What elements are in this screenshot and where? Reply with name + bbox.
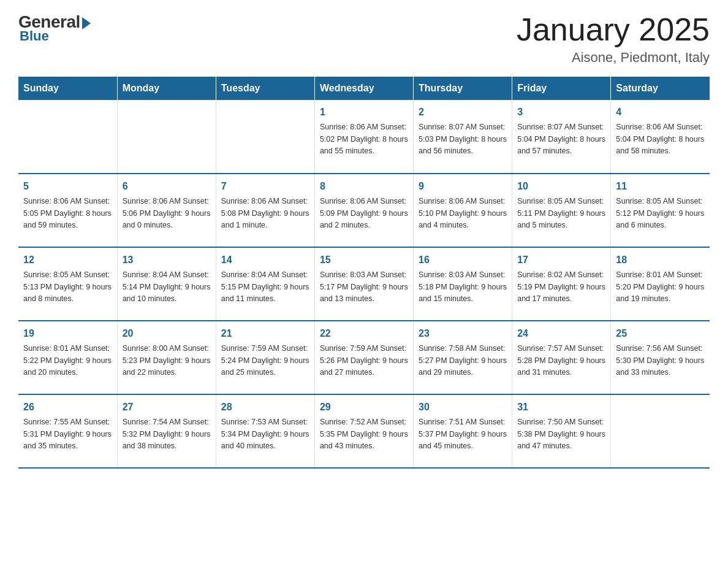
day-number: 5	[23, 179, 112, 194]
day-info: Sunrise: 8:06 AM Sunset: 5:10 PM Dayligh…	[419, 196, 507, 231]
calendar-week-row: 5Sunrise: 8:06 AM Sunset: 5:05 PM Daylig…	[18, 174, 710, 247]
calendar-cell: 7Sunrise: 8:06 AM Sunset: 5:08 PM Daylig…	[216, 174, 314, 247]
day-number: 11	[616, 179, 705, 194]
day-number: 26	[23, 400, 112, 415]
calendar-cell: 31Sunrise: 7:50 AM Sunset: 5:38 PM Dayli…	[512, 394, 611, 468]
day-info: Sunrise: 7:55 AM Sunset: 5:31 PM Dayligh…	[23, 416, 112, 452]
calendar-cell: 13Sunrise: 8:04 AM Sunset: 5:14 PM Dayli…	[117, 247, 216, 321]
calendar-cell: 22Sunrise: 7:59 AM Sunset: 5:26 PM Dayli…	[314, 321, 413, 394]
day-info: Sunrise: 8:00 AM Sunset: 5:23 PM Dayligh…	[123, 343, 211, 378]
calendar-cell: 4Sunrise: 8:06 AM Sunset: 5:04 PM Daylig…	[611, 100, 710, 174]
calendar-cell: 16Sunrise: 8:03 AM Sunset: 5:18 PM Dayli…	[414, 247, 512, 321]
calendar-cell: 12Sunrise: 8:05 AM Sunset: 5:13 PM Dayli…	[18, 247, 117, 321]
day-number: 15	[320, 253, 408, 267]
day-number: 3	[517, 105, 605, 120]
calendar-header-row: SundayMondayTuesdayWednesdayThursdayFrid…	[18, 77, 710, 100]
logo: General Blue	[18, 12, 91, 44]
calendar-cell	[216, 100, 314, 174]
day-info: Sunrise: 7:53 AM Sunset: 5:34 PM Dayligh…	[221, 416, 309, 452]
calendar-cell: 6Sunrise: 8:06 AM Sunset: 5:06 PM Daylig…	[117, 174, 216, 247]
calendar-header-monday: Monday	[117, 77, 216, 100]
day-info: Sunrise: 8:01 AM Sunset: 5:20 PM Dayligh…	[616, 269, 705, 305]
day-info: Sunrise: 7:56 AM Sunset: 5:30 PM Dayligh…	[616, 343, 705, 378]
day-info: Sunrise: 8:06 AM Sunset: 5:05 PM Dayligh…	[23, 196, 112, 231]
day-number: 2	[419, 105, 507, 120]
calendar-cell: 25Sunrise: 7:56 AM Sunset: 5:30 PM Dayli…	[611, 321, 710, 394]
day-info: Sunrise: 7:57 AM Sunset: 5:28 PM Dayligh…	[517, 343, 605, 378]
day-number: 23	[419, 326, 507, 341]
calendar-header-saturday: Saturday	[611, 77, 710, 100]
calendar-header-tuesday: Tuesday	[216, 77, 314, 100]
day-info: Sunrise: 8:06 AM Sunset: 5:02 PM Dayligh…	[320, 121, 408, 157]
calendar-cell: 9Sunrise: 8:06 AM Sunset: 5:10 PM Daylig…	[414, 174, 512, 247]
day-info: Sunrise: 7:50 AM Sunset: 5:38 PM Dayligh…	[517, 416, 605, 452]
calendar-cell: 20Sunrise: 8:00 AM Sunset: 5:23 PM Dayli…	[117, 321, 216, 394]
day-info: Sunrise: 8:06 AM Sunset: 5:08 PM Dayligh…	[221, 196, 309, 231]
day-info: Sunrise: 8:07 AM Sunset: 5:03 PM Dayligh…	[419, 121, 507, 157]
calendar-cell: 15Sunrise: 8:03 AM Sunset: 5:17 PM Dayli…	[314, 247, 413, 321]
day-number: 21	[221, 326, 309, 341]
main-title: January 2025	[517, 12, 710, 47]
day-info: Sunrise: 8:02 AM Sunset: 5:19 PM Dayligh…	[517, 269, 605, 305]
calendar-cell	[18, 100, 117, 174]
day-info: Sunrise: 8:06 AM Sunset: 5:06 PM Dayligh…	[123, 196, 211, 231]
subtitle: Aisone, Piedmont, Italy	[517, 50, 710, 66]
day-info: Sunrise: 7:52 AM Sunset: 5:35 PM Dayligh…	[320, 416, 408, 452]
day-info: Sunrise: 7:51 AM Sunset: 5:37 PM Dayligh…	[419, 416, 507, 452]
day-info: Sunrise: 7:59 AM Sunset: 5:26 PM Dayligh…	[320, 343, 408, 378]
day-info: Sunrise: 8:04 AM Sunset: 5:14 PM Dayligh…	[123, 269, 211, 305]
day-info: Sunrise: 8:03 AM Sunset: 5:17 PM Dayligh…	[320, 269, 408, 305]
calendar-cell: 26Sunrise: 7:55 AM Sunset: 5:31 PM Dayli…	[18, 394, 117, 468]
day-info: Sunrise: 8:06 AM Sunset: 5:09 PM Dayligh…	[320, 196, 408, 231]
calendar-cell: 1Sunrise: 8:06 AM Sunset: 5:02 PM Daylig…	[314, 100, 413, 174]
calendar-week-row: 1Sunrise: 8:06 AM Sunset: 5:02 PM Daylig…	[18, 100, 710, 174]
day-info: Sunrise: 7:58 AM Sunset: 5:27 PM Dayligh…	[419, 343, 507, 378]
day-number: 17	[517, 253, 605, 267]
day-info: Sunrise: 8:07 AM Sunset: 5:04 PM Dayligh…	[517, 121, 605, 157]
day-number: 28	[221, 400, 309, 415]
day-number: 16	[419, 253, 507, 267]
day-number: 4	[616, 105, 705, 120]
day-info: Sunrise: 7:54 AM Sunset: 5:32 PM Dayligh…	[123, 416, 211, 452]
logo-arrow-icon	[82, 17, 91, 29]
day-number: 30	[419, 400, 507, 415]
day-info: Sunrise: 8:05 AM Sunset: 5:12 PM Dayligh…	[616, 196, 705, 231]
day-number: 18	[616, 253, 705, 267]
calendar-header-friday: Friday	[512, 77, 611, 100]
day-number: 19	[23, 326, 112, 341]
day-info: Sunrise: 8:01 AM Sunset: 5:22 PM Dayligh…	[23, 343, 112, 378]
day-info: Sunrise: 8:03 AM Sunset: 5:18 PM Dayligh…	[419, 269, 507, 305]
day-info: Sunrise: 8:05 AM Sunset: 5:11 PM Dayligh…	[517, 196, 605, 231]
calendar-header-wednesday: Wednesday	[314, 77, 413, 100]
day-number: 13	[123, 253, 211, 267]
calendar-cell: 10Sunrise: 8:05 AM Sunset: 5:11 PM Dayli…	[512, 174, 611, 247]
calendar-cell	[611, 394, 710, 468]
calendar-cell: 28Sunrise: 7:53 AM Sunset: 5:34 PM Dayli…	[216, 394, 314, 468]
day-number: 7	[221, 179, 309, 194]
calendar-cell: 2Sunrise: 8:07 AM Sunset: 5:03 PM Daylig…	[414, 100, 512, 174]
calendar-cell: 3Sunrise: 8:07 AM Sunset: 5:04 PM Daylig…	[512, 100, 611, 174]
calendar-cell: 17Sunrise: 8:02 AM Sunset: 5:19 PM Dayli…	[512, 247, 611, 321]
day-info: Sunrise: 8:04 AM Sunset: 5:15 PM Dayligh…	[221, 269, 309, 305]
calendar-cell: 30Sunrise: 7:51 AM Sunset: 5:37 PM Dayli…	[414, 394, 512, 468]
calendar-cell: 27Sunrise: 7:54 AM Sunset: 5:32 PM Dayli…	[117, 394, 216, 468]
calendar-cell: 14Sunrise: 8:04 AM Sunset: 5:15 PM Dayli…	[216, 247, 314, 321]
calendar-week-row: 19Sunrise: 8:01 AM Sunset: 5:22 PM Dayli…	[18, 321, 710, 394]
calendar-cell: 18Sunrise: 8:01 AM Sunset: 5:20 PM Dayli…	[611, 247, 710, 321]
day-number: 1	[320, 105, 408, 120]
calendar-table: SundayMondayTuesdayWednesdayThursdayFrid…	[18, 77, 710, 469]
calendar-cell: 21Sunrise: 7:59 AM Sunset: 5:24 PM Dayli…	[216, 321, 314, 394]
day-number: 20	[123, 326, 211, 341]
calendar-cell: 5Sunrise: 8:06 AM Sunset: 5:05 PM Daylig…	[18, 174, 117, 247]
day-info: Sunrise: 7:59 AM Sunset: 5:24 PM Dayligh…	[221, 343, 309, 378]
day-number: 25	[616, 326, 705, 341]
calendar-cell: 29Sunrise: 7:52 AM Sunset: 5:35 PM Dayli…	[314, 394, 413, 468]
day-info: Sunrise: 8:05 AM Sunset: 5:13 PM Dayligh…	[23, 269, 112, 305]
page-header: General Blue January 2025 Aisone, Piedmo…	[18, 12, 710, 66]
calendar-header-sunday: Sunday	[18, 77, 117, 100]
day-number: 24	[517, 326, 605, 341]
day-number: 8	[320, 179, 408, 194]
day-info: Sunrise: 8:06 AM Sunset: 5:04 PM Dayligh…	[616, 121, 705, 157]
day-number: 31	[517, 400, 605, 415]
calendar-cell	[117, 100, 216, 174]
